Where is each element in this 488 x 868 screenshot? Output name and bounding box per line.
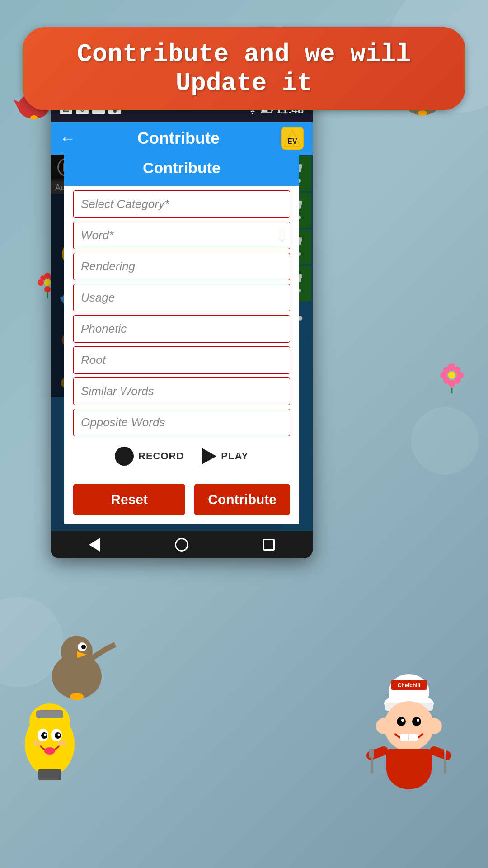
- phonetic-input[interactable]: [81, 322, 282, 336]
- app-bar-title: Contribute: [137, 129, 220, 148]
- svg-point-34: [40, 275, 46, 281]
- svg-point-47: [252, 113, 253, 114]
- svg-point-25: [454, 367, 460, 373]
- banner-text: Contribute and we will Update it: [77, 40, 411, 98]
- svg-rect-139: [372, 749, 374, 758]
- record-play-row: RECORD PLAY: [73, 440, 290, 472]
- svg-rect-110: [36, 710, 63, 718]
- phonetic-field[interactable]: [73, 315, 290, 343]
- svg-point-27: [454, 377, 460, 384]
- rendering-input[interactable]: [81, 259, 282, 274]
- word-field[interactable]: [73, 222, 290, 249]
- svg-rect-138: [369, 749, 371, 758]
- play-icon: [202, 448, 216, 464]
- record-label: RECORD: [138, 450, 184, 462]
- cursor: [282, 231, 282, 241]
- svg-point-114: [55, 732, 61, 739]
- flower-1: [438, 362, 465, 395]
- contribute-dialog: Contribute: [64, 155, 299, 524]
- back-icon: [89, 538, 100, 552]
- category-input[interactable]: [81, 197, 282, 211]
- svg-point-131: [376, 718, 392, 734]
- dialog-header: Contribute: [64, 155, 299, 186]
- svg-rect-136: [428, 745, 452, 761]
- svg-point-128: [417, 719, 419, 722]
- opposite-words-input[interactable]: [81, 415, 282, 429]
- reset-button[interactable]: Reset: [73, 484, 185, 515]
- svg-point-126: [412, 717, 421, 726]
- root-field[interactable]: [73, 346, 290, 374]
- svg-point-31: [44, 286, 51, 292]
- app-logo: EV: [281, 127, 304, 150]
- top-banner: Contribute and we will Update it: [23, 27, 465, 110]
- svg-point-132: [426, 718, 442, 734]
- svg-point-19: [448, 372, 455, 379]
- svg-point-12: [418, 110, 427, 116]
- svg-rect-134: [386, 749, 432, 771]
- word-input[interactable]: [81, 228, 282, 242]
- svg-point-16: [81, 645, 86, 649]
- dialog-title: Contribute: [143, 159, 221, 176]
- recent-icon: [263, 539, 275, 551]
- svg-point-26: [443, 377, 450, 384]
- svg-point-125: [397, 717, 406, 726]
- svg-point-6: [30, 115, 38, 120]
- rendering-field[interactable]: [73, 253, 290, 280]
- svg-text:Chefchili: Chefchili: [398, 682, 421, 689]
- app-content: Play 1 Delay time Audio: [51, 155, 313, 531]
- svg-point-119: [33, 740, 42, 746]
- svg-point-120: [58, 740, 67, 746]
- usage-input[interactable]: [81, 291, 282, 305]
- svg-point-116: [58, 734, 60, 736]
- svg-point-24: [443, 367, 450, 373]
- opposite-words-field[interactable]: [73, 409, 290, 436]
- jar-mascot: [14, 672, 86, 800]
- svg-point-115: [44, 734, 47, 736]
- nav-recent-btn[interactable]: [260, 536, 278, 554]
- play-label: PLAY: [221, 450, 249, 462]
- svg-point-113: [41, 732, 47, 739]
- phone-frame: 11:48 ← Contribute EV Play: [51, 97, 313, 558]
- svg-point-29: [44, 279, 51, 286]
- chefchili-mascot: Chefchili: [366, 672, 452, 791]
- nav-back-btn[interactable]: [85, 536, 103, 554]
- dialog-actions: Reset Contribute: [64, 477, 299, 524]
- deco-circle-3: [411, 407, 479, 475]
- similar-words-field[interactable]: [73, 377, 290, 405]
- svg-point-43: [98, 110, 99, 112]
- root-input[interactable]: [81, 353, 282, 367]
- svg-rect-46: [114, 112, 116, 113]
- bottom-nav: [51, 531, 313, 558]
- dialog-body: RECORD PLAY: [64, 186, 299, 477]
- svg-point-127: [401, 719, 404, 722]
- app-bar: ← Contribute EV: [51, 122, 313, 155]
- record-icon: [115, 447, 134, 466]
- record-button[interactable]: RECORD: [115, 447, 184, 466]
- category-field[interactable]: [73, 190, 290, 218]
- svg-text:EV: EV: [287, 137, 297, 145]
- contribute-button[interactable]: Contribute: [194, 484, 290, 515]
- back-button[interactable]: ←: [60, 129, 76, 148]
- dialog-overlay: Contribute: [51, 155, 313, 531]
- similar-words-input[interactable]: [81, 384, 282, 398]
- usage-field[interactable]: [73, 284, 290, 311]
- play-button[interactable]: PLAY: [202, 448, 249, 464]
- svg-rect-118: [38, 769, 61, 780]
- home-icon: [175, 538, 188, 552]
- svg-point-117: [44, 747, 55, 755]
- nav-home-btn[interactable]: [173, 536, 191, 554]
